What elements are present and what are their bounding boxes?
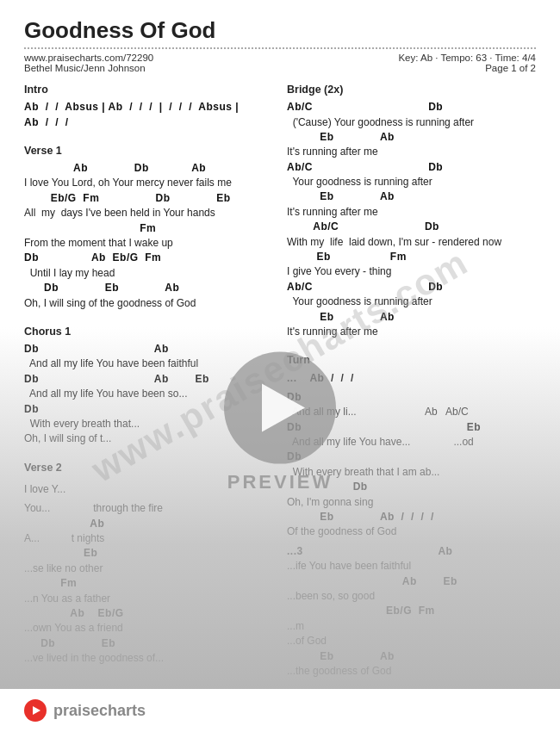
chord-line: Ab/C Db: [287, 160, 536, 175]
lyric-line: From the moment that I wake up: [24, 236, 273, 251]
chord-line: Fm: [24, 576, 273, 591]
lyric-line: Oh, I will sing of t...: [24, 431, 273, 446]
lyric-line: A... t nights: [24, 531, 273, 546]
chord-line: ... Ab / / /: [287, 371, 536, 386]
lyric-line: Oh, I will sing of the goodness of God: [24, 296, 273, 311]
lyric-line: And all my life You have been faithful: [24, 357, 273, 371]
chord-line: Eb Ab: [287, 189, 536, 204]
chord-line: Fm: [24, 221, 273, 236]
chord-line: Eb/G Fm Db Eb: [24, 191, 273, 206]
lyric-line: ...the goodness of God: [287, 664, 536, 679]
lyric-line: Your goodness is running after: [287, 295, 536, 309]
lyric-line: I give You every - thing: [287, 264, 536, 279]
key-tempo: Key: Ab · Tempo: 63 · Time: 4/4: [398, 53, 536, 63]
chord-line: Ab Eb: [287, 574, 536, 589]
chord-line: Db Eb: [287, 420, 536, 435]
chord-line: ...3 Ab: [287, 544, 536, 559]
lyric-line: Of the goodness of God: [287, 524, 536, 539]
chord-line: Eb Ab: [287, 130, 536, 145]
lyric-line: With every breath that...: [24, 417, 273, 431]
lyric-line: ...been so, so good: [287, 589, 536, 604]
lyric-line: And all my life You have been so...: [24, 387, 273, 401]
chord-line: Eb Fm: [287, 250, 536, 264]
section-title: Turn: [287, 352, 536, 368]
chord-line: Eb/G Fm: [287, 604, 536, 618]
chord-line: Ab / / /: [24, 115, 273, 130]
chord-line: Ab/C Db: [287, 220, 536, 234]
chord-line: Ab/C Db: [287, 100, 536, 115]
lyric-line: All my days I've been held in Your hands: [24, 206, 273, 220]
chord-line: Db: [287, 450, 536, 464]
section-title: Verse 1: [24, 143, 273, 158]
lyric-line: I love Y...: [24, 482, 273, 497]
blank-line: [24, 447, 273, 451]
chord-line: Db Eb: [24, 636, 273, 651]
left-column: IntroAb / / Absus | Ab / / / | / / / Abs…: [24, 82, 273, 679]
chord-line: Eb: [24, 546, 273, 561]
chord-line: Db: [24, 402, 273, 417]
section-title: Bridge (2x): [287, 82, 536, 97]
lyric-line: It's running after me: [287, 145, 536, 159]
lyric-line: You... through the fire: [24, 501, 273, 516]
lyric-line: ...se like no other: [24, 561, 273, 576]
footer: praisecharts: [24, 699, 536, 722]
lyric-line: It's running after me: [287, 325, 536, 339]
lyric-line: ...of God: [287, 634, 536, 648]
chord-line: Db: [287, 390, 536, 405]
lyric-line: I love You Lord, oh Your mercy never fai…: [24, 176, 273, 190]
footer-play-icon: [33, 706, 40, 715]
footer-logo: [24, 699, 47, 722]
lyric-line: Your goodness is running after: [287, 175, 536, 189]
lyric-line: ...m: [287, 619, 536, 634]
url: www.praisecharts.com/72290: [24, 53, 153, 63]
page-title: Goodness Of God: [24, 17, 536, 44]
chord-line: Eb Ab / / / /: [287, 510, 536, 524]
chord-line: Db: [287, 480, 536, 494]
chord-line: Ab/C Db: [287, 280, 536, 295]
meta-row: www.praisecharts.com/72290 Bethel Music/…: [24, 53, 536, 73]
divider: [24, 47, 536, 49]
page-container: Goodness Of God www.praisecharts.com/722…: [0, 0, 560, 732]
lyric-line: ...ve lived in the goodness of...: [24, 651, 273, 666]
right-column: Bridge (2x)Ab/C Db ('Cause) Your goodnes…: [287, 82, 536, 679]
lyric-line: Oh, I'm gonna sing: [287, 495, 536, 510]
chord-line: Ab / / Absus | Ab / / / | / / / Absus |: [24, 100, 273, 115]
section-title: Intro: [24, 82, 273, 97]
lyric-line: With every breath that I am ab...: [287, 465, 536, 480]
chord-line: Ab: [24, 517, 273, 531]
content-area: IntroAb / / Absus | Ab / / / | / / / Abs…: [24, 82, 536, 679]
chord-line: Eb Ab: [287, 310, 536, 325]
blank-line: [24, 130, 273, 134]
lyric-line: ...n You as a father: [24, 592, 273, 606]
chord-line: Db Ab: [24, 342, 273, 357]
chord-line: Db Eb Ab: [24, 281, 273, 295]
chord-line: Ab Db Ab: [24, 161, 273, 176]
chord-line: Eb Ab: [287, 649, 536, 664]
chord-line: Ab Eb/G: [24, 606, 273, 621]
meta-right: Key: Ab · Tempo: 63 · Time: 4/4 Page 1 o…: [398, 53, 536, 73]
blank-line: [24, 311, 273, 315]
lyric-line: Until I lay my head: [24, 266, 273, 281]
footer-brand: praisecharts: [53, 702, 146, 720]
section-title: Verse 2: [24, 460, 273, 475]
lyric-line: And all my li... Ab Ab/C: [287, 405, 536, 419]
author: Bethel Music/Jenn Johnson: [24, 63, 153, 73]
meta-left: www.praisecharts.com/72290 Bethel Music/…: [24, 53, 153, 73]
lyric-line: With my life laid down, I'm sur - render…: [287, 235, 536, 250]
lyric-line: ...ife You have been faithful: [287, 559, 536, 574]
page-number: Page 1 of 2: [398, 63, 536, 73]
blank-line: [287, 339, 536, 344]
chord-line: Db Ab Eb/G Fm: [24, 251, 273, 265]
section-title: Chorus 1: [24, 324, 273, 339]
lyric-line: And all my life You have... ...od: [287, 435, 536, 450]
lyric-line: It's running after me: [287, 205, 536, 220]
chord-line: Db Ab Eb: [24, 372, 273, 387]
lyric-line: ('Cause) Your goodness is running after: [287, 115, 536, 130]
lyric-line: ...own You as a friend: [24, 621, 273, 636]
